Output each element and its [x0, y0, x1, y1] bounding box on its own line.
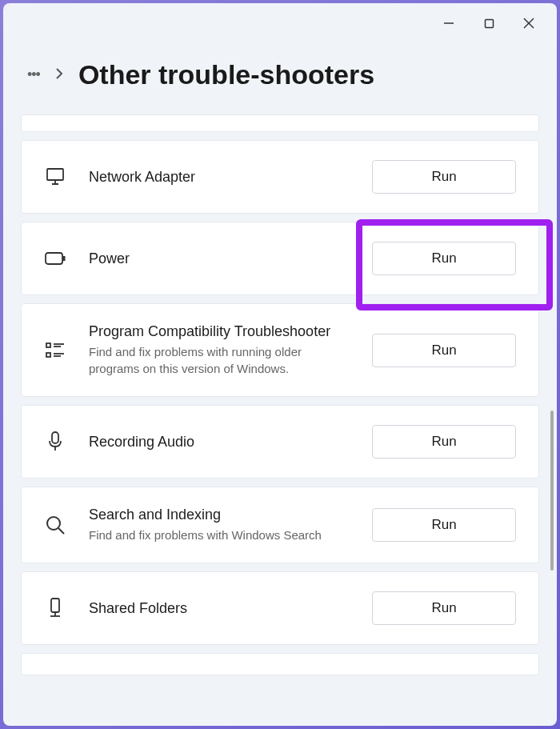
card-text: Program Compatibility Troubleshooter Fin… — [89, 323, 350, 377]
troubleshooter-search-indexing: Search and Indexing Find and fix problem… — [21, 487, 539, 563]
svg-point-17 — [47, 517, 60, 530]
breadcrumb-overflow-icon[interactable]: ••• — [27, 66, 40, 83]
run-button-shared-folders[interactable]: Run — [372, 591, 516, 625]
svg-rect-4 — [47, 169, 63, 180]
troubleshooter-power: Power Run — [21, 222, 539, 295]
chevron-right-icon — [54, 68, 64, 82]
settings-window: ••• Other trouble-shooters Network Adapt… — [3, 3, 557, 726]
page-title: Other trouble-shooters — [78, 59, 374, 90]
card-description: Find and fix problems with Windows Searc… — [89, 527, 350, 543]
program-compat-icon — [44, 339, 66, 362]
run-button-program-compat[interactable]: Run — [372, 334, 516, 367]
close-icon — [523, 18, 534, 29]
run-button-power[interactable]: Run — [372, 242, 516, 275]
card-description: Find and fix problems with running older… — [89, 343, 350, 377]
maximize-button[interactable] — [469, 7, 509, 39]
minimize-button[interactable] — [429, 7, 469, 39]
card-title: Shared Folders — [89, 600, 350, 617]
card-title: Recording Audio — [89, 434, 350, 451]
card-text: Shared Folders — [89, 600, 350, 617]
svg-rect-9 — [46, 343, 50, 347]
card-title: Search and Indexing — [89, 507, 350, 523]
scrollbar-thumb[interactable] — [550, 411, 554, 571]
card-title: Power — [89, 250, 350, 267]
partial-card-bottom — [21, 653, 539, 675]
svg-rect-7 — [46, 253, 62, 264]
partial-card-top — [21, 114, 539, 132]
microphone-icon — [44, 431, 66, 453]
svg-line-18 — [58, 528, 64, 534]
power-icon — [44, 247, 66, 270]
card-title: Program Compatibility Troubleshooter — [89, 323, 350, 340]
run-button-network-adapter[interactable]: Run — [372, 160, 516, 194]
content-area: Network Adapter Run Power Run Program Co… — [3, 114, 557, 726]
maximize-icon — [484, 18, 494, 29]
titlebar — [3, 3, 557, 43]
card-text: Recording Audio — [89, 434, 350, 451]
search-icon — [44, 514, 66, 536]
close-button[interactable] — [509, 7, 549, 39]
svg-rect-15 — [52, 432, 58, 443]
card-text: Power — [89, 250, 350, 267]
page-header: ••• Other trouble-shooters — [3, 43, 557, 114]
troubleshooter-program-compatibility: Program Compatibility Troubleshooter Fin… — [21, 303, 539, 397]
svg-rect-19 — [51, 599, 59, 612]
card-text: Network Adapter — [89, 169, 350, 186]
minimize-icon — [443, 18, 454, 29]
svg-rect-1 — [485, 19, 493, 27]
card-title: Network Adapter — [89, 169, 350, 186]
troubleshooter-recording-audio: Recording Audio Run — [21, 405, 539, 479]
card-text: Search and Indexing Find and fix problem… — [89, 507, 350, 543]
troubleshooter-network-adapter: Network Adapter Run — [21, 140, 539, 214]
run-button-search-indexing[interactable]: Run — [372, 508, 516, 542]
svg-rect-10 — [46, 353, 50, 357]
troubleshooter-shared-folders: Shared Folders Run — [21, 571, 539, 645]
shared-folders-icon — [44, 597, 66, 619]
run-button-recording-audio[interactable]: Run — [372, 425, 516, 459]
network-adapter-icon — [44, 166, 66, 188]
